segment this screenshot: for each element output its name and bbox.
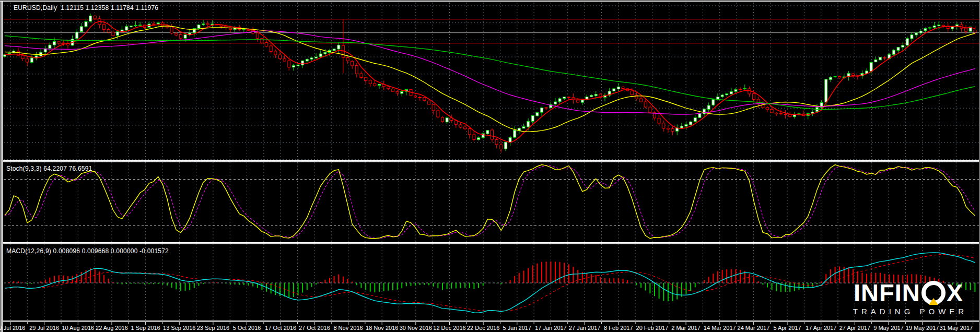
date-label: 23 Sep 2016: [197, 325, 229, 331]
date-label: 31 May 2017: [940, 325, 973, 331]
macd-indicator-label: MACD(12,26,9) 0.008096 0.009668 0.000000…: [6, 247, 169, 255]
broker-logo: INFINX TRADING POWER: [843, 281, 974, 316]
panel-separator[interactable]: [0, 321, 980, 322]
date-label: 30 Nov 2016: [400, 325, 432, 331]
date-label: 12 Dec 2016: [433, 325, 465, 331]
date-label: 1 Sep 2016: [131, 325, 160, 331]
window-border-top: [0, 0, 980, 2]
logo-subtitle: TRADING POWER: [843, 307, 974, 316]
date-label: 17 Jan 2017: [535, 325, 567, 331]
logo-text: X: [947, 281, 963, 305]
candlesticks: [4, 14, 976, 152]
date-label: 24 Mar 2017: [738, 325, 770, 331]
date-label: 20 Feb 2017: [636, 325, 669, 331]
logo-text: INFIN: [854, 281, 920, 305]
chart-canvas[interactable]: [0, 0, 980, 332]
date-label: 19 Jul 2016: [0, 325, 25, 331]
date-label: 27 Jan 2017: [569, 325, 601, 331]
panel-separator[interactable]: [0, 160, 980, 162]
macd-panel: [4, 253, 980, 313]
logo-o-ring-icon: [921, 281, 946, 305]
symbol-ohlc-label: EURUSD,Daily 1.12115 1.12358 1.11784 1.1…: [14, 4, 158, 11]
logo-wordmark: INFINX: [843, 281, 974, 305]
date-label: 17 Oct 2016: [265, 325, 296, 331]
date-label: 5 Jan 2017: [503, 325, 531, 331]
date-label: 27 Oct 2016: [299, 325, 330, 331]
date-label: 5 Apr 2017: [773, 325, 801, 331]
logo-triangle-icon: [929, 298, 938, 305]
stochastic-panel: [4, 165, 980, 239]
date-label: 19 May 2017: [906, 325, 939, 331]
chart-window: EURUSD,Daily 1.12115 1.12358 1.11784 1.1…: [0, 0, 980, 332]
moving-averages: [5, 21, 975, 143]
date-label: 8 Feb 2017: [604, 325, 633, 331]
window-border-left: [0, 0, 3, 332]
date-label: 13 Sep 2016: [163, 325, 195, 331]
date-label: 29 Jul 2016: [29, 325, 59, 331]
panel-separator[interactable]: [0, 242, 980, 244]
date-label: 22 Dec 2016: [467, 325, 499, 331]
date-label: 22 Aug 2016: [96, 325, 128, 331]
stochastic-indicator-label: Stoch(9,3,3) 64.2207 76.6591: [6, 165, 92, 172]
date-label: 2 Mar 2017: [671, 325, 701, 331]
date-label: 9 May 2017: [873, 325, 903, 331]
date-label: 14 Mar 2017: [704, 325, 736, 331]
date-label: 27 Apr 2017: [839, 325, 870, 331]
price-level-lines: [4, 19, 980, 43]
date-label: 10 Aug 2016: [62, 325, 94, 331]
time-axis[interactable]: 19 Jul 201629 Jul 201610 Aug 201622 Aug …: [0, 324, 980, 332]
date-label: 5 Oct 2016: [233, 325, 261, 331]
date-label: 8 Nov 2016: [333, 325, 363, 331]
date-label: 17 Apr 2017: [806, 325, 836, 331]
date-label: 18 Nov 2016: [366, 325, 398, 331]
